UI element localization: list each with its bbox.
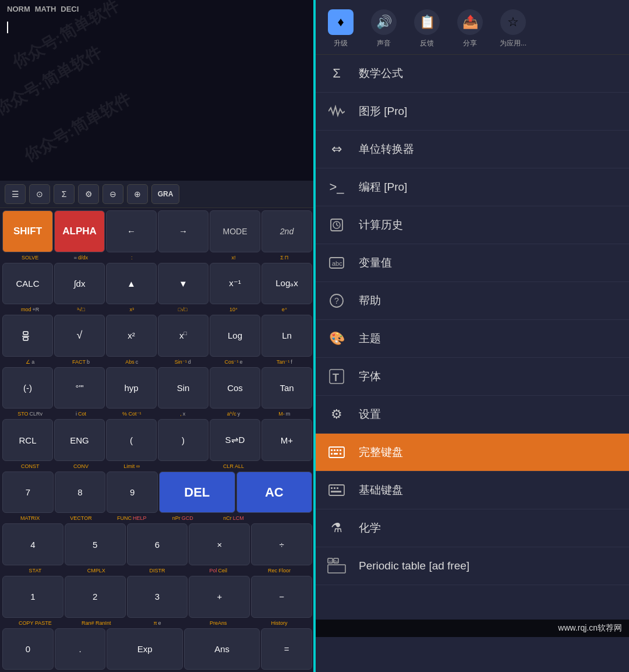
integral-button[interactable]: ∫dx bbox=[54, 263, 105, 305]
btn-1[interactable]: 1 bbox=[2, 576, 63, 618]
btn-6[interactable]: 6 bbox=[127, 523, 188, 565]
plus-icon-btn[interactable]: ⊕ bbox=[127, 184, 148, 204]
lbl-conv: CONV bbox=[55, 462, 106, 470]
rcl-button[interactable]: RCL bbox=[2, 419, 53, 461]
xn-button[interactable]: x□ bbox=[158, 315, 209, 357]
2nd-button[interactable]: 2nd bbox=[262, 210, 312, 252]
row-shift: SHIFT ALPHA ← → MODE 2nd bbox=[2, 210, 312, 252]
menu-item-programming[interactable]: >_ 编程 [Pro] bbox=[314, 168, 629, 206]
chemistry-label: 化学 bbox=[359, 520, 381, 536]
theme-label: 主题 bbox=[359, 331, 381, 346]
minus-icon-btn[interactable]: ⊖ bbox=[103, 184, 123, 204]
fraction-button[interactable] bbox=[2, 315, 53, 357]
up-button[interactable]: ▲ bbox=[106, 263, 157, 305]
menu-item-math-formula[interactable]: Σ 数学公式 bbox=[314, 55, 629, 93]
menu-item-unit-converter[interactable]: ⇔ 单位转换器 bbox=[314, 131, 629, 168]
lbl-empty bbox=[157, 254, 208, 262]
eng-button[interactable]: ENG bbox=[54, 419, 105, 461]
menu-item-settings[interactable]: ⚙ 设置 bbox=[314, 396, 629, 434]
gra-btn[interactable]: GRA bbox=[151, 184, 179, 204]
toolbar-row: ☰ ⊙ Σ ⚙ ⊖ ⊕ GRA bbox=[0, 181, 314, 208]
menu-item-periodic-table[interactable]: H Be Periodic table [ad free] bbox=[314, 547, 629, 585]
log-button[interactable]: Log bbox=[210, 315, 260, 357]
svg-rect-0 bbox=[23, 332, 28, 335]
mode-deci: DECI bbox=[61, 5, 79, 13]
ln-button[interactable]: Ln bbox=[262, 315, 312, 357]
right-arrow-button[interactable]: → bbox=[158, 210, 209, 252]
btn-4[interactable]: 4 bbox=[2, 523, 63, 565]
down-button[interactable]: ▼ bbox=[158, 263, 209, 305]
star-icon: ☆ bbox=[500, 9, 526, 35]
keyboard-basic-icon bbox=[328, 484, 345, 497]
btn-3[interactable]: 3 bbox=[127, 576, 188, 618]
menu-item-graph[interactable]: 图形 [Pro] bbox=[314, 93, 629, 131]
menu-item-font[interactable]: T 字体 bbox=[314, 358, 629, 396]
upgrade-icon-item[interactable]: ♦ 升级 bbox=[326, 9, 355, 48]
lbl-solve: SOLVE bbox=[5, 254, 55, 262]
menu-item-full-keyboard[interactable]: 完整键盘 bbox=[314, 434, 629, 472]
close-paren-button[interactable]: ) bbox=[158, 419, 209, 461]
btn-8[interactable]: 8 bbox=[55, 472, 106, 513]
lbl-nroot: □√□ bbox=[157, 305, 208, 314]
menu-item-calc-history[interactable]: 计算历史 bbox=[314, 206, 629, 244]
mode-button[interactable]: MODE bbox=[210, 210, 260, 252]
btn-2[interactable]: 2 bbox=[65, 576, 126, 618]
calculator-panel: NORM MATH DECI 你众号:简单软件 你众号:简单软件 你众号:简单软… bbox=[0, 0, 314, 672]
question-circle-icon: ? bbox=[328, 293, 345, 309]
del-button[interactable]: DEL bbox=[159, 472, 235, 513]
menu-item-help[interactable]: ? 帮助 bbox=[314, 282, 629, 320]
alpha-button[interactable]: ALPHA bbox=[54, 210, 105, 252]
xinv-button[interactable]: x⁻¹ bbox=[210, 263, 260, 305]
hyp-button[interactable]: hyp bbox=[106, 367, 157, 409]
mplus-button[interactable]: M+ bbox=[262, 419, 312, 461]
ac-button[interactable]: AC bbox=[236, 472, 313, 513]
open-paren-button[interactable]: ( bbox=[106, 419, 157, 461]
btn-7[interactable]: 7 bbox=[2, 472, 54, 513]
share-icon-item[interactable]: 📤 分享 bbox=[455, 9, 485, 48]
cos-button[interactable]: Cos bbox=[210, 367, 260, 409]
calc-button[interactable]: CALC bbox=[2, 263, 53, 305]
neg-button[interactable]: (-) bbox=[2, 367, 53, 409]
basic-keyboard-label: 基础键盘 bbox=[359, 483, 403, 498]
div-button[interactable]: ÷ bbox=[251, 523, 312, 565]
shift-button[interactable]: SHIFT bbox=[2, 210, 53, 252]
tan-button[interactable]: Tan bbox=[262, 367, 312, 409]
svg-rect-25 bbox=[331, 491, 341, 492]
mode-bar: NORM MATH DECI bbox=[7, 5, 308, 13]
equals-button[interactable]: = bbox=[261, 628, 312, 670]
mul-button[interactable]: × bbox=[189, 523, 250, 565]
menu-item-theme[interactable]: 🎨 主题 bbox=[314, 320, 629, 358]
btn-9[interactable]: 9 bbox=[107, 472, 158, 513]
menu-item-variable[interactable]: abc 变量值 bbox=[314, 244, 629, 282]
left-arrow-button[interactable]: ← bbox=[106, 210, 157, 252]
gear-icon-btn[interactable]: ⚙ bbox=[78, 184, 99, 204]
lbl-mod: mod +R bbox=[5, 305, 55, 314]
sin-button[interactable]: Sin bbox=[158, 367, 209, 409]
lbl-copy: COPY PASTE bbox=[5, 619, 66, 627]
lbl-vector: VECTOR bbox=[55, 514, 106, 522]
menu-item-basic-keyboard[interactable]: 基础键盘 bbox=[314, 472, 629, 509]
lbl-clr: CLR ALL bbox=[208, 462, 259, 470]
sound-icon-item[interactable]: 🔊 声音 bbox=[369, 9, 398, 48]
menu-icon-btn[interactable]: ☰ bbox=[5, 184, 26, 204]
circle-icon-btn[interactable]: ⊙ bbox=[29, 184, 50, 204]
add-button[interactable]: + bbox=[189, 576, 250, 618]
sound-label: 声音 bbox=[377, 38, 391, 48]
lbl-colon: : bbox=[107, 254, 157, 262]
dot-button[interactable]: . bbox=[55, 628, 106, 670]
lbl-pct: % Cot⁻¹ bbox=[107, 410, 157, 418]
logax-button[interactable]: Logₐx bbox=[262, 263, 312, 305]
deg-button[interactable]: °'" bbox=[54, 367, 105, 409]
feedback-icon-item[interactable]: 📋 反馈 bbox=[412, 9, 441, 48]
sigma-icon-btn[interactable]: Σ bbox=[54, 184, 75, 204]
ans-button[interactable]: Ans bbox=[184, 628, 260, 670]
sqrt-button[interactable]: √ bbox=[54, 315, 105, 357]
exp-button[interactable]: Exp bbox=[107, 628, 183, 670]
appstore-icon-item[interactable]: ☆ 为应用... bbox=[499, 9, 528, 48]
btn-0[interactable]: 0 bbox=[2, 628, 54, 670]
menu-item-chemistry[interactable]: ⚗ 化学 bbox=[314, 509, 629, 547]
btn-5[interactable]: 5 bbox=[65, 523, 126, 565]
subtract-button[interactable]: − bbox=[251, 576, 312, 618]
sd-button[interactable]: S⇌D bbox=[210, 419, 260, 461]
x2-button[interactable]: x² bbox=[106, 315, 157, 357]
